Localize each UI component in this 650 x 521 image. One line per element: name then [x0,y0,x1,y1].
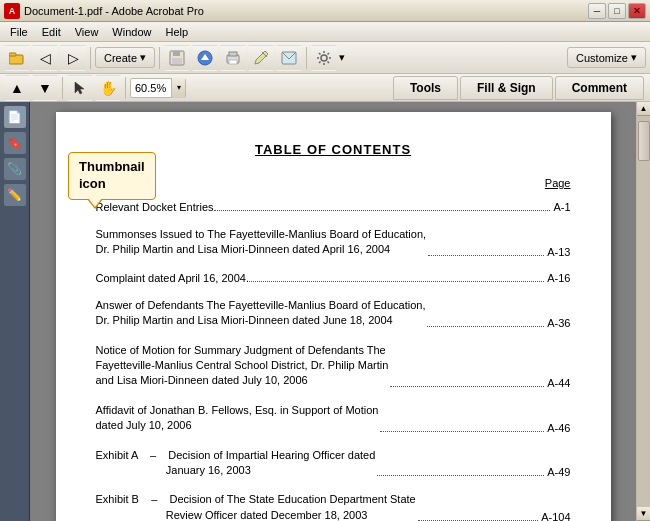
svg-rect-3 [173,51,180,56]
title-bar: A Document-1.pdf - Adobe Acrobat Pro ─ □… [0,0,650,22]
content-area: Thumbnail icon TABLE OF CONTENTS Page Re… [30,102,636,521]
menu-help[interactable]: Help [159,24,194,40]
save-button[interactable] [164,45,190,71]
sidebar-thumbnail-icon[interactable]: 📄 [4,106,26,128]
svg-marker-10 [255,51,268,64]
menu-view[interactable]: View [69,24,105,40]
window-title: Document-1.pdf - Adobe Acrobat Pro [24,5,204,17]
select-tool-button[interactable] [67,75,93,101]
sidebar-attachment-icon[interactable]: 📎 [4,158,26,180]
toc-entry-5: Notice of Motion for Summary Judgment of… [96,343,571,389]
toolbar-main: ◁ ▷ Create ▾ ▾ Customize ▾ [0,42,650,74]
toolbar2-tabs: Tools Fill & Sign Comment [393,76,646,100]
toc-entry-6: Affidavit of Jonathan B. Fellows, Esq. i… [96,403,571,434]
scroll-thumb[interactable] [638,121,650,161]
sidebar: 📄 🔖 📎 ✏️ [0,102,30,521]
main-area: 📄 🔖 📎 ✏️ Thumbnail icon TABLE OF CONTENT… [0,102,650,521]
nav-down-button[interactable]: ▼ [32,75,58,101]
tools-tab[interactable]: Tools [393,76,458,100]
zoom-control[interactable]: ▾ [130,78,186,98]
scroll-down-button[interactable]: ▼ [637,507,651,521]
toolbar-separator-2 [159,47,160,69]
create-button[interactable]: Create ▾ [95,47,155,68]
toc-entry-7: Exhibit A – Decision of Impartial Hearin… [96,448,571,479]
minimize-button[interactable]: ─ [588,3,606,19]
scroll-track[interactable] [637,116,651,507]
settings-button[interactable] [311,45,337,71]
window-controls[interactable]: ─ □ ✕ [588,3,646,19]
comment-tab[interactable]: Comment [555,76,644,100]
vertical-scrollbar[interactable]: ▲ ▼ [636,102,650,521]
svg-rect-1 [9,53,16,56]
toc-entry-1: Relevant Docket Entries A-1 [96,201,571,213]
edit-button[interactable] [248,45,274,71]
sidebar-annotation-icon[interactable]: ✏️ [4,184,26,206]
customize-button[interactable]: Customize ▾ [567,47,646,68]
tooltip-callout: Thumbnail icon [68,152,156,200]
email-button[interactable] [276,45,302,71]
toolbar2-separator-2 [125,77,126,99]
prev-view-button[interactable]: ◁ [32,45,58,71]
svg-marker-14 [75,82,84,94]
fill-sign-tab[interactable]: Fill & Sign [460,76,553,100]
toolbar-separator-3 [306,47,307,69]
menu-edit[interactable]: Edit [36,24,67,40]
upload-button[interactable] [192,45,218,71]
menu-window[interactable]: Window [106,24,157,40]
menu-bar: File Edit View Window Help [0,22,650,42]
svg-rect-9 [229,60,237,64]
hand-tool-button[interactable]: ✋ [95,75,121,101]
toolbar2-separator [62,77,63,99]
scroll-up-button[interactable]: ▲ [637,102,651,116]
zoom-input[interactable] [131,82,171,94]
pdf-title: TABLE OF CONTENTS [96,142,571,157]
toc-entry-8: Exhibit B – Decision of The State Educat… [96,492,571,521]
menu-file[interactable]: File [4,24,34,40]
nav-up-button[interactable]: ▲ [4,75,30,101]
sidebar-bookmark-icon[interactable]: 🔖 [4,132,26,154]
toc-entry-4: Answer of Defendants The Fayetteville-Ma… [96,298,571,329]
maximize-button[interactable]: □ [608,3,626,19]
toc-entry-2: Summonses Issued to The Fayetteville-Man… [96,227,571,258]
svg-point-13 [321,55,327,61]
open-button[interactable] [4,45,30,71]
next-view-button[interactable]: ▷ [60,45,86,71]
svg-rect-4 [172,58,182,64]
close-button[interactable]: ✕ [628,3,646,19]
toc-entry-3: Complaint dated April 16, 2004. A-16 [96,272,571,284]
toolbar-nav: ▲ ▼ ✋ ▾ Tools Fill & Sign Comment [0,74,650,102]
zoom-dropdown[interactable]: ▾ [171,78,185,98]
toolbar-separator [90,47,91,69]
print-button[interactable] [220,45,246,71]
svg-rect-8 [229,52,237,56]
app-icon: A [4,3,20,19]
toc-page-header: Page [96,177,571,189]
